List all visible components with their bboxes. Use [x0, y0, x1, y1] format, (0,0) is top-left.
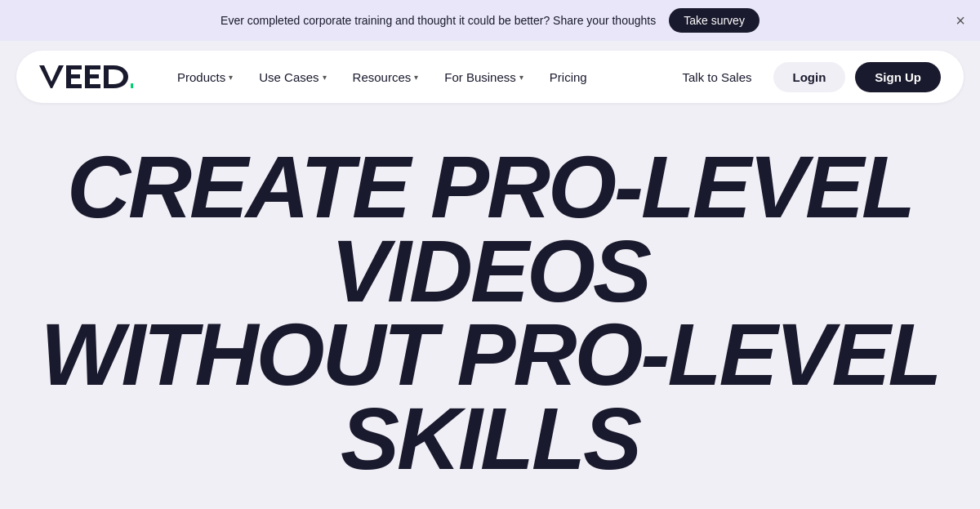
- use-cases-chevron-icon: ▾: [323, 73, 327, 82]
- hero-line1: CREATE PRO-LEVEL VIDEOS: [33, 145, 947, 313]
- banner-close-button[interactable]: ×: [956, 12, 965, 29]
- products-chevron-icon: ▾: [229, 73, 233, 82]
- announcement-banner: Ever completed corporate training and th…: [0, 0, 980, 41]
- nav-right: Talk to Sales Login Sign Up: [670, 62, 941, 92]
- hero-line2: WITHOUT PRO-LEVEL SKILLS: [33, 313, 947, 480]
- nav-use-cases[interactable]: Use Cases ▾: [247, 64, 337, 91]
- hero-section: CREATE PRO-LEVEL VIDEOS WITHOUT PRO-LEVE…: [0, 113, 980, 509]
- resources-chevron-icon: ▾: [414, 73, 418, 82]
- banner-text: Ever completed corporate training and th…: [220, 14, 656, 27]
- for-business-chevron-icon: ▾: [519, 73, 523, 82]
- nav-links: Products ▾ Use Cases ▾ Resources ▾ For B…: [166, 64, 670, 91]
- login-button[interactable]: Login: [773, 62, 846, 92]
- take-survey-button[interactable]: Take survey: [669, 8, 760, 33]
- nav-products[interactable]: Products ▾: [166, 64, 244, 91]
- signup-button[interactable]: Sign Up: [855, 62, 941, 92]
- nav-for-business[interactable]: For Business ▾: [433, 64, 535, 91]
- nav-resources[interactable]: Resources ▾: [341, 64, 430, 91]
- hero-headline: CREATE PRO-LEVEL VIDEOS WITHOUT PRO-LEVE…: [33, 145, 947, 480]
- logo[interactable]: [39, 62, 133, 92]
- nav-pricing[interactable]: Pricing: [538, 64, 599, 91]
- main-nav: Products ▾ Use Cases ▾ Resources ▾ For B…: [0, 51, 980, 103]
- talk-to-sales-link[interactable]: Talk to Sales: [670, 64, 763, 91]
- svg-rect-0: [131, 83, 133, 88]
- logo-svg: [39, 62, 133, 92]
